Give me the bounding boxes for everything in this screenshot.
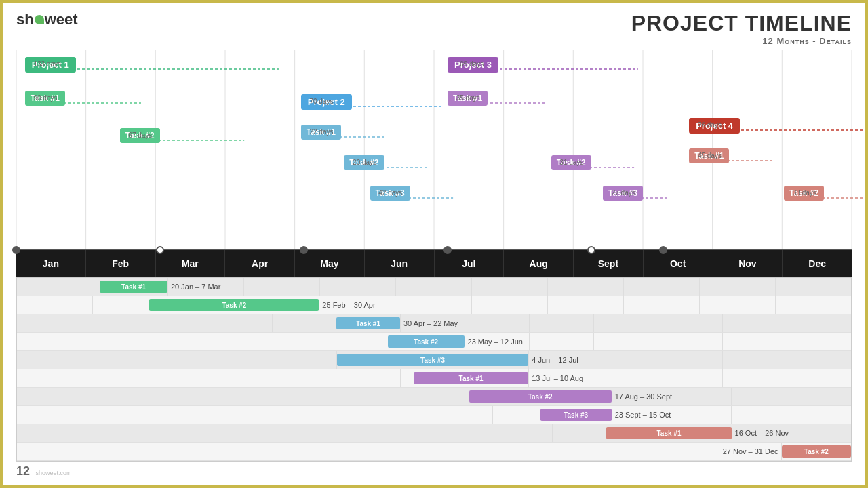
month-jun: Jun xyxy=(365,250,435,277)
bar-p2-task2: Task #2 xyxy=(388,336,465,348)
td-2-9 xyxy=(624,296,700,314)
td-7-11 xyxy=(732,388,792,405)
month-may: May xyxy=(295,250,365,277)
td-9-12: 16 Oct – 26 Nov xyxy=(732,424,851,442)
bar-p4-task2: Task #2 xyxy=(782,445,851,458)
header: shweet Project Timeline 12 Months - Deta… xyxy=(3,3,865,50)
month-dec: Dec xyxy=(783,250,852,277)
td-2-1 xyxy=(17,296,93,314)
p3-task1-days: 35 days xyxy=(456,94,480,102)
bar-p3-task1: Task #1 xyxy=(414,372,528,384)
month-nov: Nov xyxy=(713,250,783,277)
td-3-8 xyxy=(530,314,594,332)
month-feb: Feb xyxy=(86,250,156,277)
p4-days: 76 days xyxy=(698,121,722,129)
td-1-5 xyxy=(320,278,396,296)
table-row-6: Task #1 13 Jul – 10 Aug xyxy=(17,369,851,388)
table-row-8: Task #3 23 Sept – 15 Oct xyxy=(17,406,851,424)
table-area: Task #1 20 Jan – 7 Mar Task #2 25 Feb – … xyxy=(16,277,852,462)
td-8-13 xyxy=(791,406,851,424)
p3-days: 105 days xyxy=(456,60,484,68)
page-title: Project Timeline xyxy=(631,11,852,36)
footer-watermark: showeet.com xyxy=(35,470,71,476)
td-4-1 xyxy=(17,333,336,350)
table-row-5: Task #3 4 Jun – 12 Jul xyxy=(17,351,851,369)
td-6-7: Task #1 xyxy=(401,369,529,387)
dot-may xyxy=(300,246,308,254)
bar-p1-task1: Task #1 xyxy=(100,281,167,293)
month-bar: Jan Feb Mar Apr May Jun Jul Aug Sept Oct… xyxy=(16,250,852,277)
td-4-8 xyxy=(530,333,594,350)
title-block: Project Timeline 12 Months - Details xyxy=(631,11,852,46)
td-5-8: 4 Jun – 12 Jul xyxy=(529,351,593,369)
td-10-1: 27 Nov – 31 Dec xyxy=(17,443,782,460)
date-p2-task3: 4 Jun – 12 Jul xyxy=(532,356,578,364)
td-2-10 xyxy=(700,296,776,314)
td-9-10: Task #1 xyxy=(553,424,732,442)
td-5-11 xyxy=(723,351,787,369)
td-8-1 xyxy=(17,406,493,424)
td-2-5: 25 Feb – 30 Apr xyxy=(319,296,395,314)
td-3-10 xyxy=(658,314,723,332)
td-1-3: 20 Jan – 7 Mar xyxy=(168,278,244,296)
td-1-11 xyxy=(776,278,851,296)
dot-jan xyxy=(12,246,20,254)
td-5-9 xyxy=(593,351,658,369)
td-1-8 xyxy=(548,278,624,296)
td-3-11 xyxy=(723,314,787,332)
td-2-8 xyxy=(548,296,624,314)
p2-days: 70 days xyxy=(309,98,333,105)
dot-oct xyxy=(659,246,667,254)
p2-task3-days: 42 days xyxy=(378,189,402,197)
td-2-6 xyxy=(395,296,471,314)
footer-number: 12 xyxy=(16,464,30,478)
logo-text-before: sh xyxy=(16,11,34,28)
table-row-1: Task #1 20 Jan – 7 Mar xyxy=(17,278,851,296)
td-4-5: Task #2 xyxy=(336,333,465,350)
p1-task1-days: 90 days xyxy=(33,94,57,102)
p4-task2-days: 33 days xyxy=(793,189,816,197)
table-row-10: 27 Nov – 31 Dec Task #2 xyxy=(17,443,851,461)
bar-p4-task1: Task #1 xyxy=(606,427,731,439)
td-1-10 xyxy=(700,278,776,296)
date-p4-task2: 27 Nov – 31 Dec xyxy=(723,447,778,455)
date-p3-task3: 23 Sept – 15 Oct xyxy=(615,411,671,419)
td-1-7 xyxy=(472,278,548,296)
td-5-6: Task #3 xyxy=(337,351,529,369)
month-mar: Mar xyxy=(156,250,226,277)
td-6-1 xyxy=(17,369,401,387)
td-5-12 xyxy=(787,351,851,369)
month-oct: Oct xyxy=(644,250,713,277)
project1-arrow xyxy=(25,65,284,73)
td-4-10 xyxy=(658,333,723,350)
p3-task2-days: 31 days xyxy=(559,159,583,166)
table-row-7: Task #2 17 Aug – 30 Sept xyxy=(17,388,851,406)
month-sept: Sept xyxy=(574,250,644,277)
td-10-12: Task #2 xyxy=(782,443,851,460)
date-p1-task1: 20 Jan – 7 Mar xyxy=(171,283,220,291)
td-4-9 xyxy=(594,333,658,350)
dot-mar xyxy=(156,246,164,254)
p4-task1-days: 45 days xyxy=(698,152,722,159)
td-6-9: 13 Jul – 10 Aug xyxy=(529,369,593,387)
td-3-6: 30 Apr – 22 May xyxy=(401,314,465,332)
td-1-9 xyxy=(624,278,700,296)
td-6-13 xyxy=(787,369,851,387)
p3-task3-days: 27 days xyxy=(612,189,635,197)
td-1-6 xyxy=(396,278,472,296)
td-9-1 xyxy=(17,424,553,442)
td-3-9 xyxy=(594,314,658,332)
td-7-12 xyxy=(791,388,851,405)
date-p3-task2: 17 Aug – 30 Sept xyxy=(615,392,672,401)
date-p2-task1: 30 Apr – 22 May xyxy=(403,319,458,327)
td-5-10 xyxy=(658,351,723,369)
td-4-12 xyxy=(787,333,851,350)
td-3-12 xyxy=(787,314,851,332)
table-row-3: Task #1 30 Apr – 22 May xyxy=(17,314,851,333)
td-1-4 xyxy=(244,278,320,296)
table-row-4: Task #2 23 May – 12 Jun xyxy=(17,333,851,351)
month-apr: Apr xyxy=(225,250,295,277)
table-row-9: Task #1 16 Oct – 26 Nov xyxy=(17,424,851,443)
td-2-11 xyxy=(776,296,851,314)
bar-p3-task2: Task #2 xyxy=(469,390,612,403)
